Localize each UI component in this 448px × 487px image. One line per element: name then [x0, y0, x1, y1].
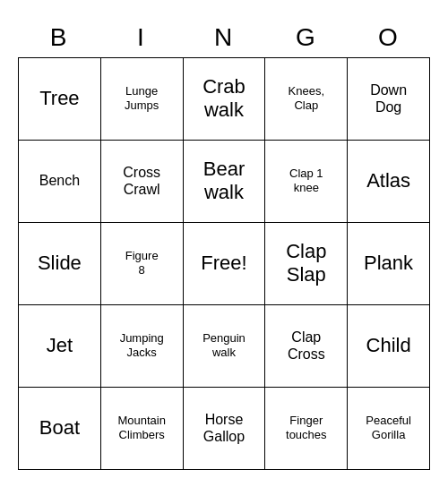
cell-text: Child: [366, 334, 411, 357]
cell-r4-c2: HorseGallop: [184, 388, 266, 470]
cell-r1-c0: Bench: [19, 141, 101, 223]
header-letter: O: [348, 18, 430, 57]
cell-r2-c4: Plank: [348, 223, 430, 305]
cell-r3-c0: Jet: [19, 305, 101, 388]
cell-text: DownDog: [370, 81, 407, 115]
cell-r3-c4: Child: [348, 305, 430, 388]
cell-text: ClapSlap: [286, 240, 326, 287]
cell-text: Atlas: [366, 169, 410, 192]
cell-text: PeacefulGorilla: [366, 414, 411, 441]
cell-text: Clap 1knee: [289, 167, 323, 194]
cell-r1-c2: Bearwalk: [184, 141, 266, 223]
cell-r2-c2: Free!: [184, 223, 266, 305]
cell-r2-c1: Figure8: [101, 223, 184, 305]
cell-r2-c3: ClapSlap: [265, 223, 348, 305]
cell-text: Crabwalk: [202, 75, 246, 123]
cell-r3-c2: Penguinwalk: [184, 305, 266, 388]
cell-r0-c2: Crabwalk: [184, 58, 266, 141]
cell-r1-c4: Atlas: [348, 141, 430, 223]
cell-text: Boat: [39, 416, 80, 440]
bingo-grid: TreeLungeJumpsCrabwalkKnees,ClapDownDogB…: [18, 57, 430, 470]
cell-r0-c1: LungeJumps: [101, 58, 184, 141]
cell-r4-c0: Boat: [19, 388, 101, 470]
cell-r4-c4: PeacefulGorilla: [348, 388, 430, 470]
cell-text: JumpingJacks: [120, 331, 164, 359]
cell-text: MountainClimbers: [117, 414, 165, 441]
cell-r4-c1: MountainClimbers: [101, 388, 184, 470]
cell-text: Jet: [47, 334, 73, 357]
cell-text: Tree: [39, 87, 79, 110]
bingo-card: BINGO TreeLungeJumpsCrabwalkKnees,ClapDo…: [18, 18, 430, 470]
header-letter: I: [100, 18, 183, 57]
cell-r3-c3: ClapCross: [265, 305, 348, 388]
cell-r1-c1: CrossCrawl: [101, 141, 184, 223]
cell-text: Knees,Clap: [289, 84, 324, 112]
header-letter: G: [265, 18, 348, 57]
cell-r0-c0: Tree: [19, 58, 101, 141]
cell-text: Bench: [39, 172, 80, 189]
cell-text: Penguinwalk: [202, 331, 246, 359]
cell-text: Free!: [201, 252, 246, 275]
cell-r0-c3: Knees,Clap: [265, 58, 348, 141]
cell-r0-c4: DownDog: [348, 58, 430, 141]
bingo-header: BINGO: [18, 18, 430, 57]
cell-r2-c0: Slide: [19, 223, 101, 305]
cell-text: CrossCrawl: [123, 164, 160, 198]
cell-text: Figure8: [125, 249, 159, 277]
cell-text: ClapCross: [288, 329, 325, 363]
cell-text: Fingertouches: [286, 414, 327, 441]
cell-text: Plank: [364, 252, 413, 275]
cell-r4-c3: Fingertouches: [265, 388, 348, 470]
cell-r3-c1: JumpingJacks: [101, 305, 184, 388]
cell-r1-c3: Clap 1knee: [265, 141, 348, 223]
cell-text: Bearwalk: [203, 158, 245, 205]
cell-text: HorseGallop: [203, 411, 245, 445]
cell-text: Slide: [38, 252, 82, 275]
header-letter: B: [18, 18, 100, 57]
header-letter: N: [183, 18, 265, 57]
cell-text: LungeJumps: [125, 84, 159, 112]
